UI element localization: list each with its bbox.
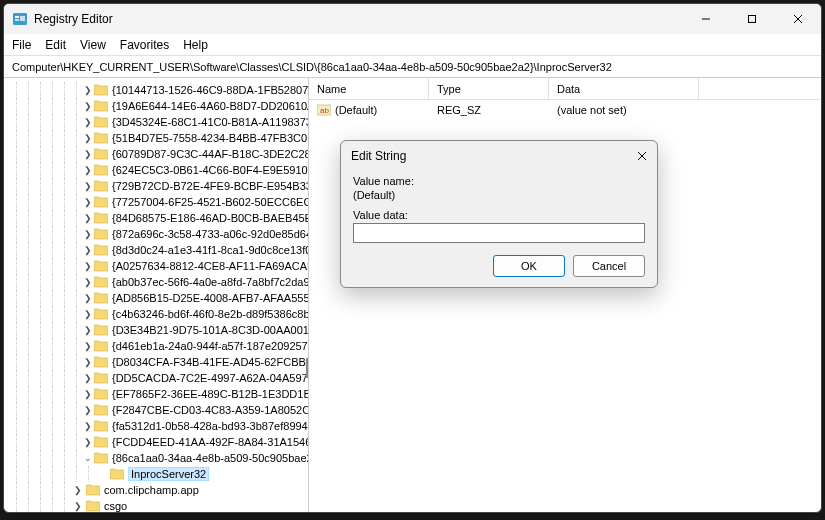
tree-item[interactable]: ❯{fa5312d1-0b58-428a-bd93-3b87ef89945d} bbox=[4, 418, 308, 434]
chevron-right-icon[interactable]: ❯ bbox=[84, 244, 92, 256]
svg-rect-5 bbox=[749, 16, 756, 23]
value-data-label: Value data: bbox=[353, 209, 645, 221]
chevron-right-icon[interactable]: ❯ bbox=[84, 212, 92, 224]
chevron-right-icon[interactable]: ❯ bbox=[84, 340, 92, 352]
list-header: Name Type Data bbox=[309, 78, 821, 100]
folder-icon bbox=[94, 292, 108, 304]
folder-icon bbox=[86, 500, 100, 512]
value-data-input[interactable] bbox=[353, 223, 645, 243]
tree-item[interactable]: ❯{c4b63246-bd6f-46f0-8e2b-d89f5386c8bb} bbox=[4, 306, 308, 322]
titlebar[interactable]: Registry Editor bbox=[4, 4, 821, 34]
chevron-right-icon[interactable]: ❯ bbox=[84, 372, 92, 384]
chevron-right-icon[interactable]: ❯ bbox=[72, 484, 84, 496]
tree-item[interactable]: ❯{A0257634-8812-4CE8-AF11-FA69ACAEAFAE} bbox=[4, 258, 308, 274]
tree-item[interactable]: ❯csgo bbox=[4, 498, 308, 512]
edit-string-dialog: Edit String Value name: (Default) Value … bbox=[340, 140, 658, 288]
maximize-button[interactable] bbox=[729, 4, 775, 34]
chevron-right-icon[interactable]: ❯ bbox=[84, 180, 92, 192]
tree-item[interactable]: ❯{729B72CD-B72E-4FE9-BCBF-E954B33FE699} bbox=[4, 178, 308, 194]
minimize-button[interactable] bbox=[683, 4, 729, 34]
chevron-right-icon[interactable]: ❯ bbox=[84, 388, 92, 400]
scroll-split-indicator[interactable] bbox=[306, 358, 308, 378]
folder-icon bbox=[94, 276, 108, 288]
regedit-icon bbox=[12, 11, 28, 27]
tree-item[interactable]: ❯{3D45324E-68C1-41C0-B81A-A119837320BD} bbox=[4, 114, 308, 130]
tree-pane[interactable]: ❯{10144713-1526-46C9-88DA-1FB52807A9FF}❯… bbox=[4, 78, 309, 512]
tree-item[interactable]: ❯{D8034CFA-F34B-41FE-AD45-62FCBB52A6DA} bbox=[4, 354, 308, 370]
value-row[interactable]: ab (Default) REG_SZ (value not set) bbox=[309, 100, 821, 118]
dialog-title: Edit String bbox=[351, 149, 406, 163]
tree-item-label: {ab0b37ec-56f6-4a0e-a8fd-7a8bf7c2da96} bbox=[112, 276, 309, 288]
chevron-placeholder bbox=[96, 468, 108, 480]
tree-item[interactable]: ❯{51B4D7E5-7558-4234-B4BB-47FB3C016A69} bbox=[4, 130, 308, 146]
chevron-right-icon[interactable]: ❯ bbox=[84, 356, 92, 368]
chevron-right-icon[interactable]: ❯ bbox=[84, 260, 92, 272]
menu-edit[interactable]: Edit bbox=[45, 38, 66, 52]
chevron-right-icon[interactable]: ❯ bbox=[84, 196, 92, 208]
col-header-data[interactable]: Data bbox=[549, 78, 699, 99]
chevron-right-icon[interactable]: ❯ bbox=[84, 228, 92, 240]
tree-item-label: {729B72CD-B72E-4FE9-BCBF-E954B33FE699} bbox=[112, 180, 309, 192]
col-header-name[interactable]: Name bbox=[309, 78, 429, 99]
folder-icon bbox=[94, 84, 108, 96]
chevron-right-icon[interactable]: ❯ bbox=[84, 436, 92, 448]
chevron-right-icon[interactable]: ❯ bbox=[84, 116, 92, 128]
chevron-down-icon[interactable]: ⌄ bbox=[84, 452, 92, 464]
tree-item-label: {51B4D7E5-7558-4234-B4BB-47FB3C016A69} bbox=[112, 132, 309, 144]
tree-item[interactable]: ❯com.clipchamp.app bbox=[4, 482, 308, 498]
chevron-right-icon[interactable]: ❯ bbox=[84, 276, 92, 288]
menu-file[interactable]: File bbox=[12, 38, 31, 52]
folder-icon bbox=[94, 228, 108, 240]
menu-view[interactable]: View bbox=[80, 38, 106, 52]
tree-item[interactable]: ❯{F2847CBE-CD03-4C83-A359-1A8052C1B9D5} bbox=[4, 402, 308, 418]
tree-item[interactable]: ❯{84D68575-E186-46AD-B0CB-BAEB45EE29C0} bbox=[4, 210, 308, 226]
tree-item[interactable]: ❯{d461eb1a-24a0-944f-a57f-187e20925793} bbox=[4, 338, 308, 354]
chevron-right-icon[interactable]: ❯ bbox=[84, 324, 92, 336]
tree-item[interactable]: ❯{EF7865F2-36EE-489C-B12B-1E3DD1B5D807} bbox=[4, 386, 308, 402]
col-header-type[interactable]: Type bbox=[429, 78, 549, 99]
dialog-close-button[interactable] bbox=[633, 147, 651, 165]
value-name-static: (Default) bbox=[353, 189, 645, 201]
close-button[interactable] bbox=[775, 4, 821, 34]
address-bar[interactable]: Computer\HKEY_CURRENT_USER\Software\Clas… bbox=[4, 56, 821, 78]
tree-item[interactable]: ❯{624EC5C3-0B61-4C66-B0F4-E9E59103D9E2} bbox=[4, 162, 308, 178]
dialog-titlebar[interactable]: Edit String bbox=[341, 141, 657, 171]
ok-button[interactable]: OK bbox=[493, 255, 565, 277]
tree-item[interactable]: ❯{AD856B15-D25E-4008-AFB7-AFAA55586188} bbox=[4, 290, 308, 306]
tree-item[interactable]: InprocServer32 bbox=[4, 466, 308, 482]
tree-item[interactable]: ❯{DD5CACDA-7C2E-4997-A62A-04A597B58F76} bbox=[4, 370, 308, 386]
folder-icon bbox=[110, 468, 124, 480]
chevron-right-icon[interactable]: ❯ bbox=[84, 420, 92, 432]
folder-icon bbox=[94, 388, 108, 400]
tree-item[interactable]: ❯{D3E34B21-9D75-101A-8C3D-00AA001A1652} bbox=[4, 322, 308, 338]
chevron-right-icon[interactable]: ❯ bbox=[84, 132, 92, 144]
chevron-right-icon[interactable]: ❯ bbox=[84, 164, 92, 176]
menu-help[interactable]: Help bbox=[183, 38, 208, 52]
chevron-right-icon[interactable]: ❯ bbox=[84, 100, 92, 112]
tree-item-label: InprocServer32 bbox=[128, 467, 209, 481]
tree-item[interactable]: ❯{872a696c-3c58-4733-a06c-92d0e85d647d} bbox=[4, 226, 308, 242]
address-text: Computer\HKEY_CURRENT_USER\Software\Clas… bbox=[12, 61, 612, 73]
chevron-right-icon[interactable]: ❯ bbox=[84, 308, 92, 320]
folder-icon bbox=[94, 132, 108, 144]
chevron-right-icon[interactable]: ❯ bbox=[84, 404, 92, 416]
chevron-right-icon[interactable]: ❯ bbox=[84, 148, 92, 160]
svg-rect-1 bbox=[15, 16, 19, 18]
tree-item[interactable]: ❯{ab0b37ec-56f6-4a0e-a8fd-7a8bf7c2da96} bbox=[4, 274, 308, 290]
tree-item[interactable]: ❯{FCDD4EED-41AA-492F-8A84-31A1546226E0} bbox=[4, 434, 308, 450]
tree-item[interactable]: ⌄{86ca1aa0-34aa-4e8b-a509-50c905bae2a2} bbox=[4, 450, 308, 466]
tree-item-label: {AD856B15-D25E-4008-AFB7-AFAA55586188} bbox=[112, 292, 309, 304]
chevron-right-icon[interactable]: ❯ bbox=[84, 84, 92, 96]
menu-favorites[interactable]: Favorites bbox=[120, 38, 169, 52]
cancel-button[interactable]: Cancel bbox=[573, 255, 645, 277]
chevron-right-icon[interactable]: ❯ bbox=[72, 500, 84, 512]
tree-item[interactable]: ❯{19A6E644-14E6-4A60-B8D7-DD20610A871D} bbox=[4, 98, 308, 114]
chevron-right-icon[interactable]: ❯ bbox=[84, 292, 92, 304]
tree-item-label: {19A6E644-14E6-4A60-B8D7-DD20610A871D} bbox=[112, 100, 309, 112]
tree-item[interactable]: ❯{60789D87-9C3C-44AF-B18C-3DE2C2820ED3} bbox=[4, 146, 308, 162]
tree-item-label: {872a696c-3c58-4733-a06c-92d0e85d647d} bbox=[112, 228, 309, 240]
tree-item[interactable]: ❯{77257004-6F25-4521-B602-50ECC6EC62A6} bbox=[4, 194, 308, 210]
tree-item[interactable]: ❯{8d3d0c24-a1e3-41f1-8ca1-9d0c8ce13f0a} bbox=[4, 242, 308, 258]
value-name-label: Value name: bbox=[353, 175, 645, 187]
tree-item[interactable]: ❯{10144713-1526-46C9-88DA-1FB52807A9FF} bbox=[4, 82, 308, 98]
